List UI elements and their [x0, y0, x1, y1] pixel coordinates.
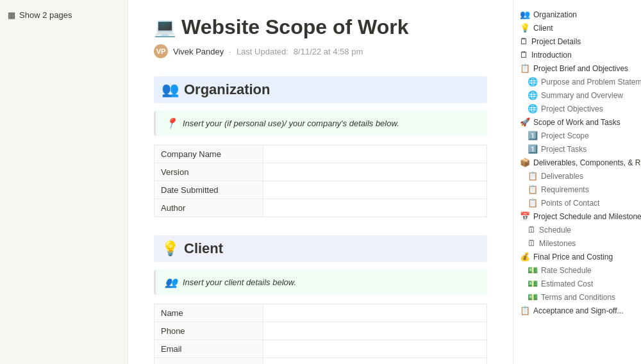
client-callout: 👥 Insert your client details below. — [154, 270, 487, 295]
avatar: VP — [154, 44, 168, 58]
toc-item-label: Rate Schedule — [541, 266, 592, 275]
toc-item-label: Milestones — [539, 239, 576, 248]
toc-item[interactable]: 📋Acceptance and Sign-off... — [513, 304, 641, 317]
table-cell-label: Name — [154, 304, 263, 322]
callout-icon-client: 👥 — [165, 276, 178, 288]
toc-item-label: Project Objectives — [541, 104, 603, 113]
toc-item[interactable]: 🗓Milestones — [513, 236, 641, 250]
last-updated-value: 8/11/22 at 4:58 pm — [294, 47, 363, 56]
meta-row: VP Vivek Pandey · Last Updated: 8/11/22 … — [154, 44, 487, 58]
toc-item-label: Introduction — [531, 51, 572, 60]
table-cell-label: Version — [154, 163, 263, 181]
table-row: Author — [154, 199, 487, 217]
client-section: ⠿ 💡 Client 👥 Insert your client details … — [154, 235, 487, 364]
table-cell-label: Mailing Address — [154, 358, 263, 365]
table-row: Name — [154, 304, 487, 322]
toc-item[interactable]: 💵Estimated Cost — [513, 277, 641, 290]
toc-item-label: Deliverables — [541, 172, 583, 181]
table-cell-value[interactable] — [263, 181, 487, 199]
toc-item-icon: 📋 — [528, 198, 538, 208]
toc-item[interactable]: 🌐Project Objectives — [513, 102, 641, 115]
toc-item[interactable]: 💵Rate Schedule — [513, 263, 641, 277]
toc-item-icon: 📋 — [520, 63, 530, 73]
toc-item[interactable]: 🚀Scope of Work and Tasks — [513, 115, 641, 129]
toc-item[interactable]: 1️⃣Project Tasks — [513, 142, 641, 156]
toc-item[interactable]: 📋Deliverables — [513, 169, 641, 183]
toc-item[interactable]: 💡Client — [513, 21, 641, 35]
client-title: Client — [184, 240, 223, 257]
toc-item-label: Project Brief and Objectives — [533, 64, 628, 73]
table-row: Mailing Address — [154, 358, 487, 365]
toc-item-label: Project Tasks — [541, 145, 587, 154]
left-panel: ▦ Show 2 pages — [0, 0, 128, 364]
toc-item-icon: 🗒 — [520, 50, 528, 60]
table-cell-value[interactable] — [263, 145, 487, 163]
page-title-text: Website Scope of Work — [181, 15, 408, 39]
toc-item-label: Schedule — [539, 226, 571, 235]
client-table: Name Phone Email Mailing Address — [154, 304, 487, 364]
organization-header: 👥 Organization — [154, 76, 487, 103]
toc-item-icon: 🗓 — [528, 238, 536, 248]
separator: · — [229, 47, 231, 56]
table-cell-value[interactable] — [263, 199, 487, 217]
show-pages-button[interactable]: ▦ Show 2 pages — [0, 8, 128, 22]
toc-item[interactable]: 🗒Introduction — [513, 48, 641, 62]
toc-item[interactable]: 📅Project Schedule and Milestones — [513, 210, 641, 223]
toc-item-label: Final Price and Costing — [533, 252, 613, 261]
toc-item[interactable]: 🗓Schedule — [513, 223, 641, 236]
toc-item[interactable]: 👥Organization — [513, 8, 641, 21]
toc-item[interactable]: 🌐Purpose and Problem Statem... — [513, 75, 641, 88]
table-row: Phone — [154, 322, 487, 340]
toc-item-icon: 📋 — [528, 171, 538, 181]
callout-icon-organization: 📍 — [165, 117, 178, 129]
organization-title: Organization — [184, 81, 270, 98]
toc-item-icon: 📋 — [528, 185, 538, 194]
organization-callout-text: Insert your (if personal use)/ your comp… — [183, 119, 399, 128]
toc-item-icon: 💵 — [528, 292, 538, 302]
toc-item-icon: 💰 — [520, 252, 530, 261]
toc-item[interactable]: 💰Final Price and Costing — [513, 250, 641, 263]
table-row: Date Submitted — [154, 181, 487, 199]
toc-item-icon: 🌐 — [528, 77, 538, 87]
table-cell-value[interactable] — [263, 322, 487, 340]
toc-item-label: Summary and Overview — [541, 91, 623, 100]
toc-item[interactable]: 💵Terms and Conditions — [513, 290, 641, 304]
toc-item-icon: 📦 — [520, 158, 530, 167]
toc-item[interactable]: 📋Requirements — [513, 183, 641, 196]
toc-item-label: Requirements — [541, 185, 589, 194]
toc-item[interactable]: 📦Deliverables, Components, & R... — [513, 156, 641, 169]
toc-item-label: Project Details — [531, 37, 581, 46]
toc-item[interactable]: 📋Project Brief and Objectives — [513, 62, 641, 75]
toc-item-icon: 1️⃣ — [528, 144, 538, 154]
toc-item-label: Terms and Conditions — [541, 293, 615, 302]
table-row: Email — [154, 340, 487, 358]
toc-item-label: Project Schedule and Milestones — [533, 212, 641, 221]
last-updated-label: Last Updated: — [237, 47, 288, 56]
toc-item-label: Purpose and Problem Statem... — [541, 78, 641, 87]
organization-section: ⠿ 👥 Organization 📍 Insert your (if perso… — [154, 76, 487, 217]
table-cell-label: Phone — [154, 322, 263, 340]
client-header: 💡 Client — [154, 235, 487, 262]
organization-icon: 👥 — [162, 81, 179, 98]
author-name: Vivek Pandey — [173, 47, 224, 56]
toc-item-label: Scope of Work and Tasks — [533, 118, 620, 127]
toc-item-icon: 💵 — [528, 265, 538, 275]
toc-item[interactable]: 🌐Summary and Overview — [513, 88, 641, 102]
toc-item[interactable]: 1️⃣Project Scope — [513, 129, 641, 142]
right-sidebar-toc: 👥Organization💡Client🗒Project Details🗒Int… — [513, 0, 641, 364]
table-cell-value[interactable] — [263, 340, 487, 358]
organization-table: Company Name Version Date Submitted Auth… — [154, 145, 487, 217]
table-cell-value[interactable] — [263, 358, 487, 365]
main-content: 💻 Website Scope of Work VP Vivek Pandey … — [128, 0, 513, 364]
show-pages-label: Show 2 pages — [19, 10, 72, 20]
table-cell-value[interactable] — [263, 304, 487, 322]
table-cell-value[interactable] — [263, 163, 487, 181]
toc-item-label: Deliverables, Components, & R... — [533, 158, 641, 167]
toc-item[interactable]: 📋Points of Contact — [513, 196, 641, 210]
toc-item[interactable]: 🗒Project Details — [513, 35, 641, 48]
client-icon: 💡 — [162, 240, 179, 257]
table-row: Version — [154, 163, 487, 181]
toc-item-icon: 🗒 — [520, 37, 528, 46]
toc-item-icon: 📋 — [520, 306, 530, 315]
organization-callout: 📍 Insert your (if personal use)/ your co… — [154, 111, 487, 136]
